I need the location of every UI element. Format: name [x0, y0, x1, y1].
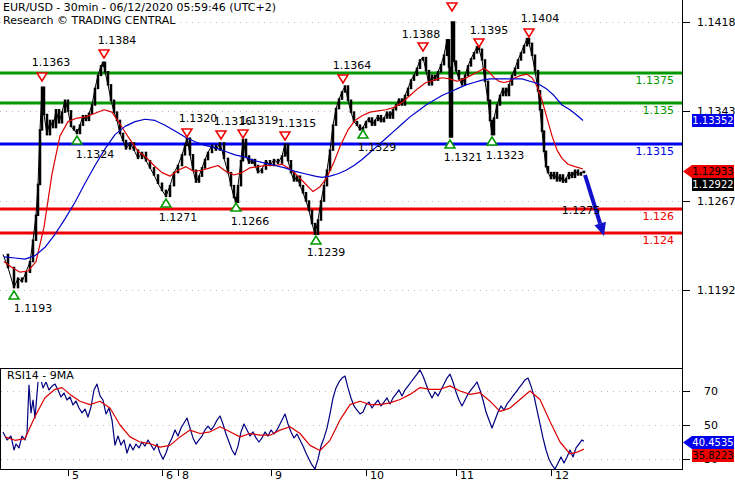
- swing-label-1.1321: 1.1321: [444, 152, 483, 164]
- swing-label-1.1315: 1.1315: [278, 118, 317, 130]
- swing-high-triangle-icon: [99, 50, 109, 58]
- swing-label-1.1271: 1.1271: [159, 212, 198, 224]
- x-axis-date-label-6: 6: [166, 470, 173, 480]
- swing-label-1.1384: 1.1384: [98, 35, 137, 47]
- level-label-1.126: 1.126: [602, 211, 674, 223]
- swing-label-1.1388: 1.1388: [402, 29, 441, 41]
- swing-label-1.1266: 1.1266: [231, 216, 270, 228]
- x-axis-date-label-9: 9: [275, 470, 282, 480]
- swing-label-1.1320: 1.1320: [179, 113, 218, 125]
- swing-label-1.1324: 1.1324: [76, 149, 115, 161]
- price-value-box-1.12933: 1.12933: [692, 165, 734, 178]
- swing-high-triangle-icon: [238, 130, 248, 138]
- trading-chart-window: EUR/USD - 30min - 06/12/2020 05:59:46 (U…: [0, 0, 735, 480]
- level-label-1.124: 1.124: [602, 235, 674, 247]
- swing-high-triangle-icon: [338, 75, 348, 83]
- swing-low-triangle-icon: [311, 236, 321, 244]
- rsi-value-box-40.4535-pointer-icon: [683, 436, 692, 449]
- price-axis-tick-label: 1.1267: [697, 196, 735, 208]
- swing-high-triangle-icon: [418, 43, 428, 51]
- swing-high-triangle-icon: [524, 29, 534, 37]
- swing-label-1.1363: 1.1363: [32, 57, 71, 69]
- swing-high-triangle-icon: [216, 131, 226, 139]
- swing-high-triangle-icon: [447, 3, 457, 11]
- price-axis-tick-label: 1.1192: [697, 285, 735, 297]
- level-label-1.1315: 1.1315: [602, 146, 674, 158]
- swing-low-triangle-icon: [487, 137, 497, 145]
- x-axis-date-label-12: 12: [555, 470, 569, 480]
- swing-label-1.1239: 1.1239: [307, 247, 346, 259]
- price-value-box-1.12933-pointer-icon: [683, 165, 692, 178]
- price-value-box-1.13352: 1.13352: [692, 114, 734, 127]
- rsi-axis-tick-label: 50: [704, 420, 718, 432]
- x-axis-date-label-11: 11: [460, 470, 474, 480]
- swing-low-triangle-icon: [9, 291, 19, 299]
- level-label-1.135: 1.135: [602, 105, 674, 117]
- swing-label-1.1319: 1.1319: [240, 115, 279, 127]
- swing-high-triangle-icon: [37, 73, 47, 81]
- rsi-value-box-40.4535: 40.4535: [692, 436, 734, 449]
- price-axis-tick-label: 1.1418: [697, 17, 735, 29]
- level-label-1.1375: 1.1375: [602, 75, 674, 87]
- swing-label-1.1193: 1.1193: [14, 303, 53, 315]
- x-axis-date-label-5: 5: [72, 470, 79, 480]
- rsi-indicator-label: RSI14 - 9MA: [5, 370, 76, 382]
- swing-label-1.1395: 1.1395: [470, 25, 509, 37]
- rsi-value-box-35.8223: 35.8223: [692, 449, 734, 462]
- x-axis-date-label-8: 8: [182, 470, 189, 480]
- chart-title: EUR/USD - 30min - 06/12/2020 05:59:46 (U…: [3, 2, 279, 14]
- x-axis-date-label-10: 10: [370, 470, 384, 480]
- rsi-axis-tick-label: 70: [704, 386, 718, 398]
- swing-high-triangle-icon: [474, 39, 484, 47]
- swing-low-triangle-icon: [161, 199, 171, 207]
- price-value-box-1.12922: 1.12922: [692, 178, 734, 191]
- swing-label-1.1323: 1.1323: [486, 150, 525, 162]
- swing-label-1.1364: 1.1364: [333, 60, 372, 72]
- swing-low-triangle-icon: [72, 136, 82, 144]
- swing-label-1.1329: 1.1329: [358, 142, 397, 154]
- swing-low-triangle-icon: [358, 130, 368, 138]
- ma-fast-red-line: [4, 68, 583, 272]
- swing-high-triangle-icon: [280, 132, 290, 140]
- rsi-line: [3, 370, 584, 469]
- rsi-ma-line: [5, 386, 584, 454]
- research-credit: Research © TRADING CENTRAL: [3, 15, 178, 27]
- swing-low-triangle-icon: [231, 203, 241, 211]
- swing-label-1.1404: 1.1404: [521, 13, 560, 25]
- swing-label-1.1275: 1.1275: [562, 205, 601, 217]
